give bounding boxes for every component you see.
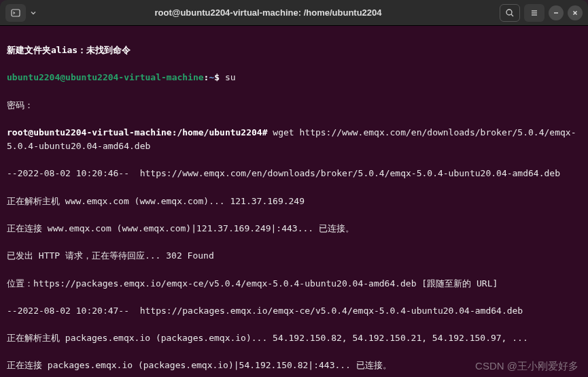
terminal-output: 密码： [7, 99, 581, 112]
terminal-icon [11, 8, 20, 18]
close-icon [572, 10, 578, 16]
terminal-output: 位置：https://packages.emqx.io/emqx-ce/v5.0… [7, 277, 581, 291]
minimize-button[interactable] [549, 5, 564, 20]
window-title: root@ubuntu2204-virtual-machine: /home/u… [37, 7, 500, 18]
svg-line-2 [511, 14, 513, 16]
terminal-output: 正在解析主机 packages.emqx.io (packages.emqx.i… [7, 331, 581, 345]
minimize-icon [553, 10, 559, 16]
close-button[interactable] [568, 5, 583, 20]
terminal-prompt-root: root@ubuntu2204-virtual-machine:/home/ub… [7, 126, 581, 153]
search-icon [505, 8, 515, 18]
new-tab-button[interactable] [5, 4, 26, 22]
terminal-output: 已发出 HTTP 请求，正在等待回应... 302 Found [7, 249, 581, 263]
svg-rect-0 [12, 10, 20, 16]
terminal-output: 新建文件夹alias：未找到命令 [7, 44, 581, 57]
titlebar-right [500, 4, 583, 22]
terminal-area[interactable]: 新建文件夹alias：未找到命令 ubuntu2204@ubuntu2204-v… [0, 26, 588, 377]
chevron-down-icon[interactable] [30, 10, 37, 16]
terminal-output: 正在连接 www.emqx.com (www.emqx.com)|121.37.… [7, 222, 581, 235]
terminal-output: --2022-08-02 10:20:46-- https://www.emqx… [7, 167, 581, 180]
terminal-output: 正在解析主机 www.emqx.com (www.emqx.com)... 12… [7, 195, 581, 208]
terminal-output: --2022-08-02 10:20:47-- https://packages… [7, 304, 581, 318]
search-button[interactable] [500, 4, 520, 22]
svg-point-1 [506, 10, 512, 15]
hamburger-icon [530, 8, 539, 18]
menu-button[interactable] [524, 4, 544, 22]
watermark: CSDN @王小刚爱好多 [475, 360, 578, 373]
window-titlebar: root@ubuntu2204-virtual-machine: /home/u… [0, 0, 588, 26]
titlebar-left [5, 4, 37, 22]
terminal-prompt-user: ubuntu2204@ubuntu2204-virtual-machine:~$… [7, 71, 581, 84]
